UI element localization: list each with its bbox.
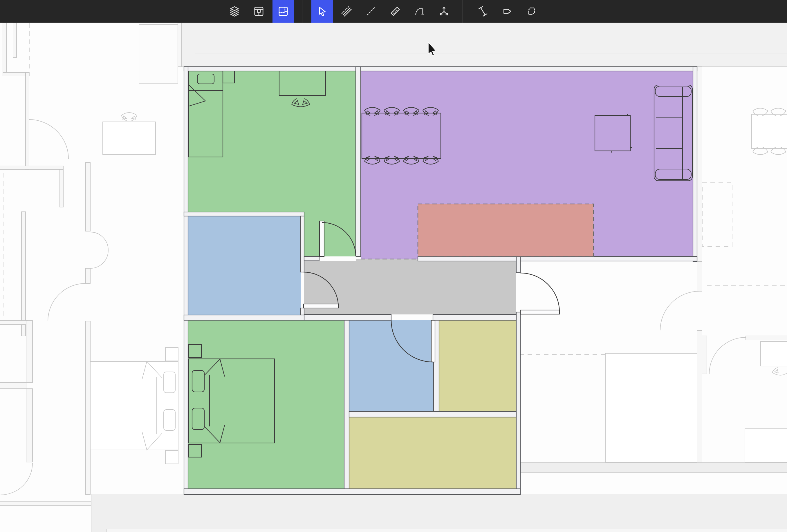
bg-wall: [0, 320, 27, 325]
door-leaf[interactable]: [319, 221, 324, 257]
cursor-icon: [316, 5, 328, 17]
bg-wall: [0, 383, 26, 389]
bg-wall: [60, 170, 63, 207]
bg-room-bottom: [91, 494, 787, 532]
wall-left[interactable]: [184, 67, 188, 494]
bg-wall: [25, 72, 29, 170]
bg-table: [751, 114, 787, 149]
bg-wall: [0, 501, 91, 505]
toolbar: [0, 0, 787, 23]
tool-select[interactable]: [311, 0, 333, 23]
wall[interactable]: [516, 312, 520, 494]
bg-door-arc: [709, 337, 746, 374]
bg-wall: [697, 330, 702, 462]
bg-wall: [3, 72, 25, 76]
bg-chair: [121, 113, 137, 121]
room-bath-bottom[interactable]: [349, 320, 433, 412]
bg-nightstand: [165, 450, 178, 464]
tool-arc[interactable]: [409, 1, 430, 21]
bg-room-outline: [605, 353, 697, 462]
layers-icon: [229, 5, 240, 17]
wall-icon: [341, 5, 352, 17]
toolbar-separator: [463, 0, 463, 23]
wall[interactable]: [349, 412, 516, 417]
bg-room-top: [182, 23, 787, 67]
bg-nightstand: [165, 348, 178, 361]
highlight-region[interactable]: [418, 204, 593, 257]
room-storage-mid[interactable]: [188, 216, 301, 315]
bg-door-arc: [90, 250, 108, 268]
bg-wall: [702, 336, 707, 374]
bg-wall: [86, 321, 90, 494]
bg-door-arc: [48, 283, 86, 321]
tool-frame[interactable]: [248, 1, 270, 21]
bg-door-arc: [660, 291, 699, 330]
tool-guide-line[interactable]: [360, 1, 382, 21]
bg-door-arc: [29, 119, 68, 159]
wall[interactable]: [418, 257, 697, 261]
arc-icon: [414, 5, 425, 17]
bg-wall: [21, 212, 25, 336]
wall[interactable]: [301, 308, 304, 315]
bg-cabinet: [745, 429, 787, 462]
wall-bottom[interactable]: [184, 489, 520, 494]
bg-room-topleft: [139, 24, 178, 83]
wall[interactable]: [433, 314, 516, 320]
wall[interactable]: [184, 212, 304, 216]
tool-zone[interactable]: [521, 1, 543, 21]
bg-wall: [178, 23, 182, 67]
tool-dimension[interactable]: [472, 1, 494, 21]
wall[interactable]: [301, 216, 304, 272]
bg-desk: [103, 122, 155, 155]
frame-icon: [253, 5, 265, 17]
door-leaf[interactable]: [431, 320, 435, 362]
door-opening: [319, 257, 356, 261]
wall-divider[interactable]: [356, 67, 361, 257]
plan-view-icon: [277, 5, 289, 17]
wall-top[interactable]: [184, 67, 697, 71]
wall[interactable]: [516, 257, 520, 273]
bg-wall: [697, 67, 702, 262]
bg-wall: [697, 262, 702, 291]
bg-wall: [86, 162, 90, 231]
ruler-icon: [389, 5, 401, 17]
dimension-icon: [477, 5, 489, 17]
tool-label[interactable]: [496, 1, 518, 21]
dashed-zone-icon: [526, 5, 537, 17]
tool-wall[interactable]: [336, 1, 357, 21]
bg-wall: [26, 389, 33, 462]
bg-chair: [772, 368, 787, 375]
toolbar-separator: [302, 0, 302, 23]
door-leaf[interactable]: [520, 310, 559, 314]
canvas[interactable]: [0, 0, 787, 532]
bg-wall: [3, 23, 6, 72]
floor-plan-svg: [0, 0, 787, 532]
bg-wall: [86, 268, 90, 283]
wall[interactable]: [304, 257, 319, 261]
tool-plan-view[interactable]: [273, 0, 294, 23]
wall-right[interactable]: [693, 67, 697, 262]
bg-door-arc: [90, 232, 108, 250]
bg-dashed-region: [702, 183, 732, 247]
wall[interactable]: [304, 314, 391, 320]
room-kitchen-right[interactable]: [439, 320, 516, 412]
wall[interactable]: [184, 315, 304, 320]
bg-door-arc: [1, 463, 33, 495]
tag-icon: [502, 5, 513, 17]
bg-wall: [26, 320, 33, 383]
bg-desk: [761, 341, 787, 366]
tool-layers[interactable]: [224, 1, 245, 21]
tool-measure[interactable]: [384, 1, 406, 21]
door-arc[interactable]: [520, 273, 559, 312]
bg-wall: [746, 336, 787, 340]
bg-wall: [13, 23, 17, 58]
wall[interactable]: [344, 320, 349, 489]
dashed-line-icon: [365, 5, 377, 17]
door-leaf[interactable]: [303, 304, 338, 308]
room-kitchen-bottom[interactable]: [349, 417, 516, 489]
bg-wall: [0, 166, 63, 170]
room-bedroom-bottom[interactable]: [188, 320, 344, 489]
bg-band: [520, 462, 787, 472]
tool-node[interactable]: [433, 1, 455, 21]
bg-bed: [90, 361, 178, 450]
